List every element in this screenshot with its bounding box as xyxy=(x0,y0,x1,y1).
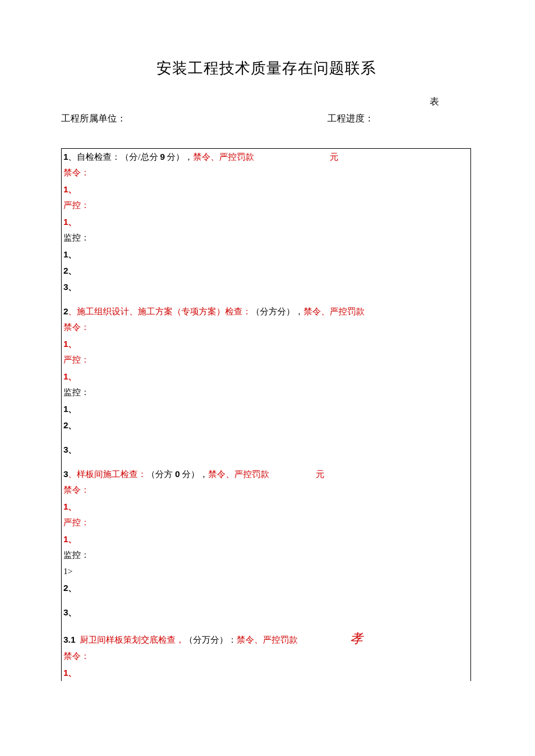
section-3-head: 3、样板间施工检查：（分方 0 分），禁令、严控罚款元 xyxy=(62,466,470,482)
text: 禁令、严控罚款 xyxy=(304,307,365,316)
jiankong-item: 2、 xyxy=(62,580,470,596)
section-2-head: 2、施工组织设计、施工方案（专项方案）检查：（分方分），禁令、严控罚款 xyxy=(62,303,470,320)
jiankong-label: 监控： xyxy=(62,547,470,564)
table-marker: 表 xyxy=(61,96,471,108)
text: （分方分）， xyxy=(251,307,304,316)
header-row: 工程所属单位： 工程进度： xyxy=(61,113,471,125)
yankong-label: 严控： xyxy=(62,352,470,368)
text: （分方 xyxy=(147,470,175,479)
page-title: 安装工程技术质量存在问题联系 xyxy=(61,58,471,78)
yuan: 元 xyxy=(330,153,338,162)
content-box: 1、自检检查：（分/总分 9 分），禁令、严控罚款元 禁令： 1、 严控： 1、… xyxy=(61,148,471,681)
jinling-item: 1、 xyxy=(62,499,470,515)
text: 厨卫间样板策划交底检查， xyxy=(80,635,184,644)
jinling-item: 1、 xyxy=(62,336,470,352)
jiankong-item: 2、 xyxy=(62,263,470,279)
section-3-1-num: 3.1 xyxy=(63,635,76,644)
jinling-item: 1、 xyxy=(62,665,470,681)
jinling-label: 禁令： xyxy=(62,320,470,336)
text: 9 xyxy=(160,152,165,162)
jinling-label: 禁令： xyxy=(62,648,470,665)
text: 、样板间施工检查： xyxy=(68,470,147,479)
text: 、施工组织设计、施工方案（专项方案）检查： xyxy=(68,307,251,316)
yankong-item: 1、 xyxy=(62,531,470,547)
text: 禁令、严控罚款 xyxy=(208,470,269,479)
script-char: 孝 xyxy=(350,632,363,645)
text: 分）， xyxy=(180,470,208,479)
yuan: 元 xyxy=(316,470,324,479)
section-3-1-head: 3.1 厨卫间样板策划交底检查，（分万分）：禁令、严控罚款孝 xyxy=(62,629,470,648)
jiankong-item: 1> xyxy=(62,564,470,580)
progress-label: 工程进度： xyxy=(327,113,471,125)
text: 、自检检查：（ xyxy=(68,152,129,162)
jiankong-item: 3、 xyxy=(62,604,470,621)
section-1-head: 1、自检检查：（分/总分 9 分），禁令、严控罚款元 xyxy=(62,149,470,165)
jiankong-item: 1、 xyxy=(62,401,470,417)
jiankong-item: 1、 xyxy=(62,246,470,263)
spacer xyxy=(62,596,470,604)
jinling-label: 禁令： xyxy=(62,482,470,499)
yankong-label: 严控： xyxy=(62,515,470,531)
jinling-label: 禁令： xyxy=(62,165,470,181)
spacer xyxy=(62,458,470,466)
text: 禁令、严控罚款 xyxy=(193,152,254,162)
text: 禁令、严控罚款 xyxy=(237,635,298,644)
yankong-label: 严控： xyxy=(62,198,470,214)
jiankong-item: 3、 xyxy=(62,442,470,458)
unit-label: 工程所属单位： xyxy=(61,113,327,125)
spacer xyxy=(62,621,470,629)
text: （分万分）： xyxy=(184,635,237,644)
jiankong-item: 3、 xyxy=(62,279,470,295)
text: 分）， xyxy=(165,152,194,162)
yankong-item: 1、 xyxy=(62,214,470,230)
text: 分/总分 xyxy=(129,152,160,162)
spacer xyxy=(62,295,470,303)
jiankong-label: 监控： xyxy=(62,385,470,401)
jinling-item: 1、 xyxy=(62,181,470,198)
yankong-item: 1、 xyxy=(62,368,470,385)
spacer xyxy=(62,433,470,442)
jiankong-label: 监控： xyxy=(62,230,470,246)
jiankong-item: 2、 xyxy=(62,417,470,433)
